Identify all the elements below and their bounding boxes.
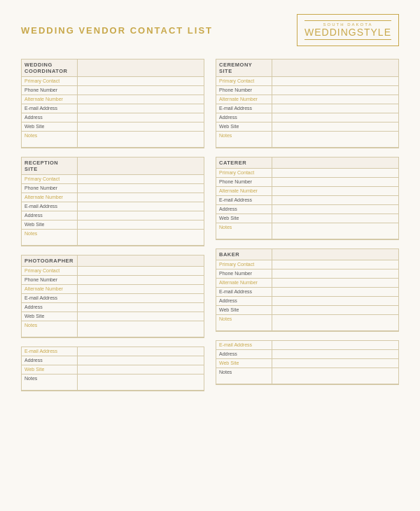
reception-field-email: E-mail Address xyxy=(22,202,204,211)
caterer-value-notes xyxy=(272,223,398,239)
logo-normal: STYLE xyxy=(357,27,391,38)
extra-left-address: Address xyxy=(22,356,204,365)
label-primary-contact: Primary Contact xyxy=(22,77,78,85)
ceremony-value-phone xyxy=(272,86,398,94)
reception-field-alternate: Alternate Number xyxy=(22,193,204,202)
extra-right-email: E-mail Address xyxy=(216,341,398,350)
extra-left-value-address xyxy=(78,356,204,365)
field-notes: Notes xyxy=(22,132,204,148)
logo-bold: WEDDING xyxy=(304,27,357,38)
field-website: Web Site xyxy=(22,122,204,132)
label-notes: Notes xyxy=(22,132,78,147)
value-primary-contact xyxy=(78,77,204,85)
caterer-label-phone: Phone Number xyxy=(216,178,272,186)
extra-right-address: Address xyxy=(216,350,398,359)
section-title-photographer: PHOTOGRAPHER xyxy=(22,255,78,266)
extra-left-email: E-mail Address xyxy=(22,347,204,356)
extra-left-value-notes xyxy=(78,374,204,390)
caterer-value-address xyxy=(272,205,398,214)
section-title-reception-value xyxy=(78,158,204,174)
section-title-reception: RECEPTIONSITE xyxy=(22,158,78,174)
section-title-ceremony-value xyxy=(272,59,398,76)
reception-label-phone: Phone Number xyxy=(22,184,78,192)
ceremony-label-primary: Primary Contact xyxy=(216,77,272,85)
photographer-field-email: E-mail Address xyxy=(22,294,204,303)
header: WEDDING VENDOR CONTACT LIST SOUTH DAKOTA… xyxy=(21,14,399,46)
photographer-field-notes: Notes xyxy=(22,321,204,337)
content-grid: WEDDINGCOORDINATOR Primary Contact Phone… xyxy=(21,59,399,400)
photographer-value-phone xyxy=(78,276,204,284)
left-column: WEDDINGCOORDINATOR Primary Contact Phone… xyxy=(21,59,204,400)
baker-field-email: E-mail Address xyxy=(216,288,398,297)
baker-value-phone xyxy=(272,270,398,278)
baker-label-email: E-mail Address xyxy=(216,288,272,296)
reception-field-phone: Phone Number xyxy=(22,184,204,193)
extra-left-label-website: Web Site xyxy=(22,365,78,374)
extra-right-website: Web Site xyxy=(216,359,398,368)
extra-left-label-address: Address xyxy=(22,356,78,365)
section-title-wedding-coordinator: WEDDINGCOORDINATOR xyxy=(22,59,78,76)
reception-value-primary xyxy=(78,175,204,183)
caterer-label-primary: Primary Contact xyxy=(216,169,272,177)
reception-value-phone xyxy=(78,184,204,192)
baker-field-website: Web Site xyxy=(216,306,398,315)
reception-field-notes: Notes xyxy=(22,230,204,246)
label-address: Address xyxy=(22,113,78,122)
page: WEDDING VENDOR CONTACT LIST SOUTH DAKOTA… xyxy=(0,0,420,511)
photographer-label-website: Web Site xyxy=(22,312,78,321)
photographer-value-primary xyxy=(78,267,204,275)
caterer-field-phone: Phone Number xyxy=(216,178,398,187)
ceremony-field-website: Web Site xyxy=(216,122,398,132)
ceremony-value-website xyxy=(272,122,398,131)
section-baker: BAKER Primary Contact Phone Number Alter… xyxy=(216,248,399,332)
baker-field-primary: Primary Contact xyxy=(216,260,398,270)
reception-value-email xyxy=(78,202,204,211)
ceremony-field-phone: Phone Number xyxy=(216,86,398,95)
label-alternate: Alternate Number xyxy=(22,95,78,104)
photographer-value-website xyxy=(78,312,204,321)
section-title-ceremony: CEREMONYSITE xyxy=(216,59,272,76)
ceremony-value-primary xyxy=(272,77,398,85)
reception-label-primary: Primary Contact xyxy=(22,175,78,183)
page-title: WEDDING VENDOR CONTACT LIST xyxy=(21,25,213,36)
caterer-field-website: Web Site xyxy=(216,214,398,223)
value-address xyxy=(78,113,204,122)
value-alternate xyxy=(78,95,204,104)
extra-right-value-email xyxy=(272,341,398,349)
photographer-label-phone: Phone Number xyxy=(22,276,78,284)
caterer-label-address: Address xyxy=(216,205,272,214)
photographer-label-address: Address xyxy=(22,303,78,312)
baker-label-notes: Notes xyxy=(216,315,272,330)
section-title-caterer-value xyxy=(272,158,398,168)
baker-value-notes xyxy=(272,315,398,330)
extra-right-label-email: E-mail Address xyxy=(216,341,272,349)
reception-label-address: Address xyxy=(22,211,78,220)
photographer-label-primary: Primary Contact xyxy=(22,267,78,275)
ceremony-value-alternate xyxy=(272,95,398,104)
caterer-label-alternate: Alternate Number xyxy=(216,187,272,195)
baker-value-email xyxy=(272,288,398,296)
field-primary-contact: Primary Contact xyxy=(22,77,204,86)
baker-field-address: Address xyxy=(216,297,398,306)
photographer-value-notes xyxy=(78,321,204,337)
caterer-label-website: Web Site xyxy=(216,214,272,223)
section-title-value xyxy=(78,59,204,76)
logo: SOUTH DAKOTA WEDDINGSTYLE xyxy=(297,14,399,46)
caterer-field-notes: Notes xyxy=(216,223,398,239)
ceremony-value-address xyxy=(272,113,398,122)
right-column: CEREMONYSITE Primary Contact Phone Numbe… xyxy=(216,59,399,400)
photographer-field-phone: Phone Number xyxy=(22,276,204,285)
baker-value-primary xyxy=(272,260,398,269)
field-alternate: Alternate Number xyxy=(22,95,204,104)
baker-value-address xyxy=(272,297,398,305)
photographer-value-email xyxy=(78,294,204,302)
reception-field-address: Address xyxy=(22,211,204,220)
ceremony-field-notes: Notes xyxy=(216,132,398,148)
photographer-field-alternate: Alternate Number xyxy=(22,285,204,294)
section-photographer: PHOTOGRAPHER Primary Contact Phone Numbe… xyxy=(21,255,204,338)
photographer-value-alternate xyxy=(78,285,204,293)
section-extra-right: E-mail Address Address Web Site Notes xyxy=(216,340,399,385)
baker-value-alternate xyxy=(272,279,398,287)
caterer-value-email xyxy=(272,196,398,204)
photographer-label-notes: Notes xyxy=(22,321,78,337)
